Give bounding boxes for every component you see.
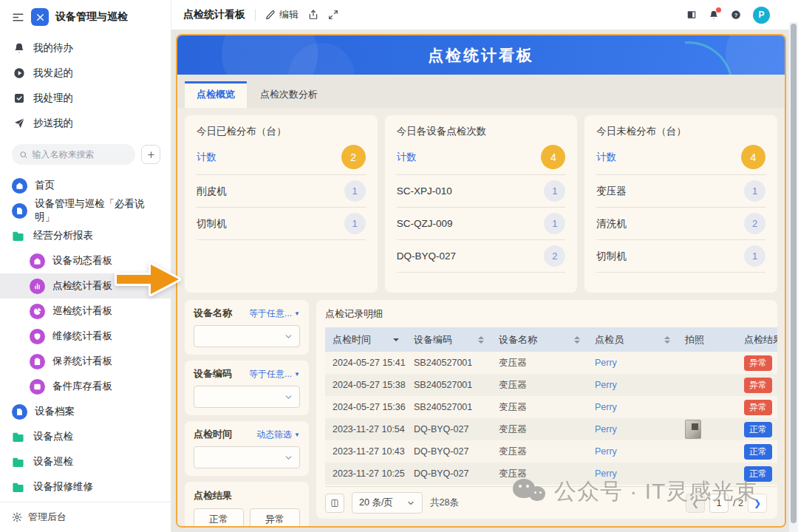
table-scroll-area[interactable]: 点检时间设备编码设备名称点检员拍照点检结果 2024-05-27 15:41SB…	[325, 327, 777, 485]
quick-item-1[interactable]: 我发起的	[0, 61, 171, 86]
quick-item-3[interactable]: 抄送我的	[0, 111, 171, 136]
collapse-sidebar-icon[interactable]	[12, 11, 24, 24]
filter-value-select[interactable]	[194, 446, 300, 468]
sort-desc-icon[interactable]	[389, 338, 399, 341]
filter-operator-dropdown[interactable]: 动态筛选▼	[256, 429, 300, 441]
stat-total-badge: 4	[541, 145, 565, 169]
photo-thumbnail[interactable]	[685, 420, 701, 439]
scrollbar-thumb[interactable]	[791, 24, 797, 523]
current-page-button[interactable]: 1	[709, 494, 729, 513]
filter-value-select[interactable]	[194, 386, 300, 408]
admin-backend-label: 管理后台	[28, 511, 66, 524]
notifications-button[interactable]	[709, 10, 719, 20]
help-button[interactable]: ?	[731, 10, 741, 20]
column-header-3[interactable]: 点检员	[587, 327, 678, 352]
search-box[interactable]	[12, 144, 135, 165]
add-button[interactable]	[141, 145, 160, 164]
sort-icon[interactable]	[660, 336, 670, 344]
sidebar-item-0[interactable]: 首页	[0, 173, 171, 198]
edit-button[interactable]: 编辑	[265, 8, 299, 21]
fullscreen-button[interactable]	[328, 10, 338, 20]
table-row[interactable]: 2024-05-27 15:41SB240527001变压器Perry异常	[325, 352, 777, 374]
sidebar-item-label: 设备巡检	[33, 455, 73, 468]
sidebar-item-label: 设备管理与巡检「必看说明」	[35, 197, 163, 224]
sidebar-item-3[interactable]: 设备动态看板	[0, 248, 171, 273]
table-row[interactable]: 2024-05-27 15:38SB240527001变压器Perry异常	[325, 374, 777, 396]
stat-card-title: 今日各设备点检次数	[397, 125, 566, 138]
user-avatar[interactable]: P	[753, 7, 770, 24]
cell-inspector-link[interactable]: Perry	[587, 418, 678, 440]
sidebar-item-label: 维修统计看板	[52, 330, 112, 343]
status-badge: 异常	[744, 355, 772, 371]
sidebar-item-6[interactable]: 维修统计看板	[0, 324, 171, 349]
stat-row-badge: 1	[344, 180, 366, 202]
sort-icon[interactable]	[474, 336, 484, 344]
next-page-button[interactable]: ❯	[748, 494, 767, 513]
table-row[interactable]: 2023-11-27 10:25DQ-BYQ-027变压器Perry正常	[325, 463, 777, 485]
topbar-right: ? P	[686, 7, 788, 24]
result-option-1[interactable]: 异常	[250, 508, 300, 528]
sidebar-item-1[interactable]: 设备管理与巡检「必看说明」	[0, 198, 171, 223]
filter-operator-dropdown[interactable]: 等于任意...▼	[249, 307, 300, 320]
stat-card-0: 今日已检分布（台） 计数 2 削皮机 1 切制机 1	[185, 115, 378, 293]
cell-inspector-link[interactable]: Perry	[587, 374, 678, 396]
cell-inspector-link[interactable]: Perry	[587, 396, 678, 418]
sidebar-item-5[interactable]: 巡检统计看板	[0, 299, 171, 324]
document-icon	[12, 404, 27, 420]
prev-page-button[interactable]: ❮	[686, 494, 705, 513]
side-panel-toggle-button[interactable]	[686, 10, 697, 20]
cell-inspector-link[interactable]: Perry	[587, 440, 678, 463]
sidebar-item-4[interactable]: 点检统计看板	[0, 273, 171, 299]
filter-value-select[interactable]	[194, 325, 300, 347]
plus-icon	[146, 150, 156, 160]
quick-item-0[interactable]: 我的待办	[0, 35, 171, 61]
sidebar-nav: 首页设备管理与巡检「必看说明」经营分析报表设备动态看板点检统计看板巡检统计看板维…	[0, 171, 171, 502]
column-header-2[interactable]: 设备名称	[491, 327, 587, 352]
status-badge: 异常	[744, 378, 772, 393]
admin-backend-link[interactable]: 管理后台	[0, 502, 171, 532]
home-icon	[12, 178, 27, 194]
sidebar-item-11[interactable]: 设备巡检	[0, 449, 171, 474]
sidebar-item-2[interactable]: 经营分析报表	[0, 223, 171, 248]
tab-0[interactable]: 点检概览	[185, 81, 247, 108]
stat-row: 清洗机 2	[596, 208, 765, 240]
sort-icon[interactable]	[570, 336, 580, 344]
stat-total-label: 计数	[596, 151, 616, 164]
column-settings-button[interactable]	[325, 494, 344, 513]
search-input[interactable]	[32, 149, 128, 160]
page-scrollbar[interactable]	[789, 22, 798, 532]
sidebar-item-10[interactable]: 设备点检	[0, 424, 171, 449]
column-header-1[interactable]: 设备编码	[406, 327, 491, 352]
cell-inspector-link[interactable]: Perry	[587, 463, 678, 485]
cell-inspector-link[interactable]: Perry	[587, 352, 678, 374]
banner-decoration	[726, 35, 785, 75]
stat-row-label: 切制机	[197, 217, 227, 231]
table-body: 2024-05-27 15:41SB240527001变压器Perry异常202…	[325, 352, 777, 485]
sidebar-item-8[interactable]: 备件库存看板	[0, 374, 171, 399]
sidebar-item-12[interactable]: 设备报修维修	[0, 474, 171, 499]
topbar: 点检统计看板 编辑 ?	[171, 0, 798, 30]
page-size-value: 20 条/页	[359, 497, 393, 509]
page-size-select[interactable]: 20 条/页	[352, 492, 423, 514]
tab-1[interactable]: 点检次数分析	[248, 82, 330, 108]
quick-item-2[interactable]: 我处理的	[0, 86, 171, 111]
expand-icon	[328, 10, 338, 20]
bar-chart-icon	[30, 279, 45, 294]
table-row[interactable]: 2023-11-27 10:54DQ-BYQ-027变压器Perry正常	[325, 418, 777, 440]
sidebar-item-7[interactable]: 保养统计看板	[0, 349, 171, 374]
sidebar: 设备管理与巡检 我的待办我发起的我处理的抄送我的 首页设备管理与巡检「必看说明」…	[0, 0, 171, 532]
stat-card-title: 今日已检分布（台）	[197, 125, 366, 138]
sidebar-item-9[interactable]: 设备档案	[0, 399, 171, 424]
table-row[interactable]: 2024-05-27 15:36SB240527001变压器Perry异常	[325, 396, 777, 418]
bell-icon	[13, 42, 25, 54]
stat-total-row: 计数 2	[197, 140, 366, 175]
cell-code: SB240527001	[406, 396, 491, 418]
cell-name: 变压器	[491, 374, 587, 396]
filter-operator-dropdown[interactable]: 等于任意...▼	[249, 368, 300, 381]
column-header-0[interactable]: 点检时间	[325, 327, 406, 352]
result-option-0[interactable]: 正常	[194, 508, 244, 528]
table-row[interactable]: 2023-11-27 10:43DQ-BYQ-027变压器Perry正常	[325, 440, 777, 463]
cell-time: 2024-05-27 15:36	[325, 396, 406, 418]
share-button[interactable]	[308, 10, 318, 20]
divider	[255, 10, 256, 21]
